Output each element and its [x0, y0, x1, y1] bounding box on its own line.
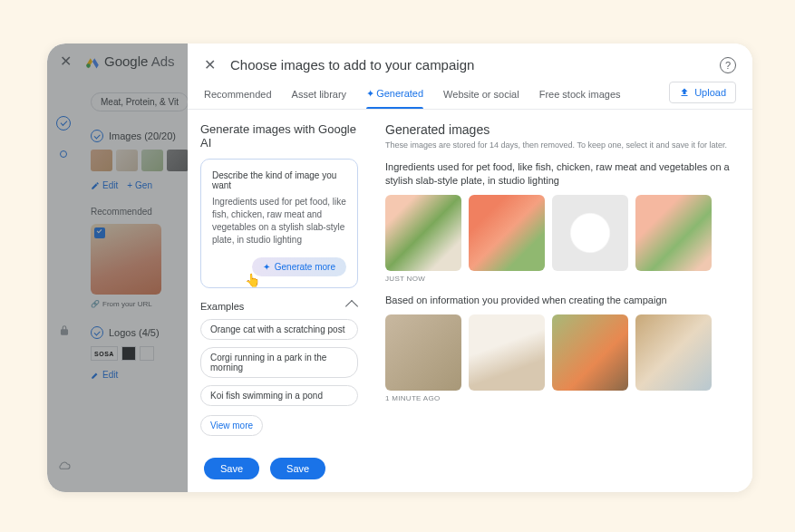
image-grid — [385, 195, 736, 271]
logo-thumb[interactable] — [140, 346, 154, 361]
help-icon[interactable]: ? — [720, 57, 736, 73]
step-rail — [56, 116, 71, 158]
example-chip[interactable]: Corgi running in a park in the morning — [200, 347, 358, 378]
describe-label: Describe the kind of image you want — [212, 170, 346, 190]
time-label: 1 MINUTE AGO — [385, 394, 736, 402]
generated-image[interactable] — [385, 314, 461, 391]
logos-title: Logos (4/5) — [109, 327, 160, 338]
example-chip[interactable]: Koi fish swimming in a pond — [200, 385, 358, 406]
svg-point-0 — [86, 63, 91, 68]
thumbnail[interactable] — [91, 150, 112, 171]
generated-image[interactable] — [635, 195, 712, 271]
product-name: Google Ads — [104, 53, 175, 69]
save-button[interactable]: Save — [270, 458, 325, 479]
time-label: JUST NOW — [385, 275, 736, 283]
thumbnail[interactable] — [167, 150, 189, 171]
logo-thumb[interactable]: SOSA — [91, 346, 118, 361]
examples-toggle[interactable]: Examples — [200, 301, 358, 312]
cloud-icon — [57, 460, 72, 471]
group-prompt: Ingredients used for pet food, like fish… — [385, 160, 736, 188]
generate-panel: Generate images with Google AI Describe … — [188, 110, 369, 449]
example-chip[interactable]: Orange cat with a scratching post — [200, 319, 358, 340]
generated-image[interactable] — [552, 195, 628, 271]
modal-close-icon[interactable]: ✕ — [204, 56, 216, 73]
modal-body: Generate images with Google AI Describe … — [188, 110, 752, 449]
sparkle-icon: ✦ — [263, 262, 270, 272]
generated-image[interactable] — [635, 314, 712, 391]
check-circle-icon — [91, 326, 103, 339]
step-dot-icon — [60, 150, 67, 158]
generated-image[interactable] — [552, 314, 628, 391]
lock-icon — [58, 324, 71, 337]
prompt-text[interactable]: Ingredients used for pet food, like fish… — [212, 196, 346, 247]
results-title: Generated images — [385, 122, 736, 137]
tab-asset-library[interactable]: Asset library — [292, 82, 347, 109]
images-title: Images (20/20) — [109, 131, 176, 141]
modal-title: Choose images to add to your campaign — [230, 57, 705, 73]
generate-title: Generate images with Google AI — [200, 122, 358, 150]
tab-generated[interactable]: ✦Generated — [366, 81, 423, 109]
tab-stock-images[interactable]: Free stock images — [539, 82, 621, 109]
thumbnail[interactable] — [141, 150, 163, 171]
edit-button[interactable]: Edit — [91, 180, 118, 190]
prompt-card: Describe the kind of image you want Ingr… — [200, 159, 358, 288]
generated-image[interactable] — [385, 195, 461, 271]
thumbnail[interactable] — [116, 150, 138, 171]
pencil-icon — [91, 181, 100, 190]
recommended-image[interactable] — [91, 224, 161, 295]
group-prompt: Based on information you provided when c… — [385, 294, 736, 307]
close-icon[interactable]: ✕ — [60, 53, 72, 70]
upload-button[interactable]: Upload — [669, 82, 736, 103]
save-button[interactable]: Save — [204, 458, 259, 479]
generated-image[interactable] — [469, 195, 545, 271]
app-window: ✕ Google Ads Meat, Protein, & Vit Images… — [47, 44, 752, 492]
edit-button[interactable]: Edit — [91, 370, 118, 380]
google-ads-logo: Google Ads — [84, 53, 175, 70]
ads-logo-icon — [84, 53, 101, 70]
results-panel: Generated images These images are stored… — [369, 110, 752, 449]
modal-footer: Save Save — [188, 449, 752, 492]
pencil-icon — [91, 371, 100, 380]
generate-button[interactable]: + Gen — [127, 180, 152, 190]
modal-header: ✕ Choose images to add to your campaign … — [188, 44, 752, 81]
tab-recommended[interactable]: Recommended — [204, 82, 272, 109]
generated-image[interactable] — [469, 314, 545, 391]
tab-website-social[interactable]: Website or social — [443, 82, 519, 109]
view-more-button[interactable]: View more — [200, 415, 263, 436]
generate-more-button[interactable]: ✦Generate more — [252, 257, 346, 276]
chevron-up-icon — [345, 300, 358, 313]
category-chip[interactable]: Meat, Protein, & Vit — [91, 92, 189, 111]
retention-note: These images are stored for 14 days, the… — [385, 140, 736, 150]
image-grid — [385, 314, 736, 391]
step-check-icon — [56, 116, 71, 131]
selected-check-icon — [94, 227, 105, 238]
sparkle-icon: ✦ — [366, 88, 374, 99]
image-picker-modal: ✕ Choose images to add to your campaign … — [188, 44, 752, 492]
logo-thumb[interactable] — [121, 346, 136, 361]
upload-icon — [679, 87, 690, 98]
check-circle-icon — [91, 130, 103, 142]
tabs: Recommended Asset library ✦Generated Web… — [188, 81, 752, 110]
